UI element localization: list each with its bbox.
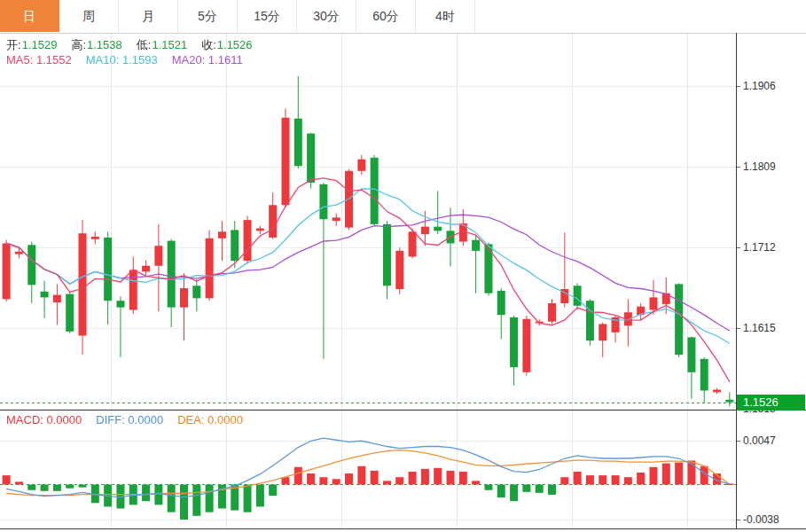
macd-tick-0.0047: 0.0047 — [743, 434, 805, 448]
panel-separator-line — [0, 410, 806, 411]
macd-tick--0.0038: -0.0038 — [743, 512, 805, 527]
price-tick-1.1712: 1.1712 — [743, 240, 805, 254]
last-price-tag: 1.1526 — [737, 395, 805, 411]
price-tick-1.1615: 1.1615 — [743, 321, 805, 335]
macd-indicator-canvas[interactable] — [0, 411, 736, 529]
tab-周[interactable]: 周 — [59, 0, 119, 32]
tab-日[interactable]: 日 — [0, 0, 59, 32]
trading-chart-app: 日周月5分15分30分60分4时 开:1.1529高:1.1538低:1.152… — [0, 0, 806, 532]
main-candlestick-chart-canvas[interactable] — [0, 34, 736, 411]
timeframe-tabbar: 日周月5分15分30分60分4时 — [0, 0, 806, 34]
tab-60分[interactable]: 60分 — [356, 0, 416, 32]
right-axis-line — [736, 33, 737, 529]
price-tick-1.1809: 1.1809 — [743, 160, 805, 174]
tab-4时[interactable]: 4时 — [416, 0, 475, 32]
bottom-frame-line — [0, 528, 806, 529]
tab-5分[interactable]: 5分 — [178, 0, 238, 32]
tab-月[interactable]: 月 — [119, 0, 178, 32]
tab-15分[interactable]: 15分 — [238, 0, 297, 32]
price-tick-1.1906: 1.1906 — [743, 79, 805, 93]
tab-30分[interactable]: 30分 — [297, 0, 356, 32]
